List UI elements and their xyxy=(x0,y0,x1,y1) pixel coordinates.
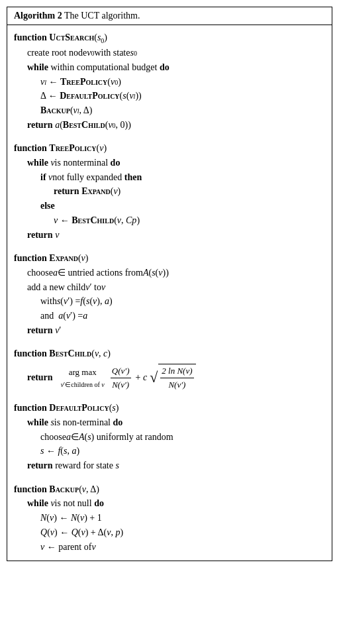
algo-content: function UctSearch(s0) create root node … xyxy=(7,25,332,561)
uctsearch-while: while within computational budget do xyxy=(14,60,325,75)
treepolicy-if: if v not fully expanded then xyxy=(14,170,325,185)
func-bestchild: function BestChild(v, c) return arg max … xyxy=(14,347,325,392)
func-defaultpolicy: function DefaultPolicy(s) while s is non… xyxy=(14,401,325,472)
treepolicy-return-expand: return Expand(v) xyxy=(14,184,325,199)
uctsearch-line1: create root node v0 with state s0 xyxy=(14,46,325,60)
bestchild-formula: return arg max v′∈children of v Q(v′) N(… xyxy=(14,364,325,392)
func-treepolicy: function TreePolicy(v) while v is nonter… xyxy=(14,141,325,242)
expand-return: return v′ xyxy=(14,323,325,338)
uctsearch-return: return a(BestChild(v0, 0)) xyxy=(14,118,325,133)
algo-title: The UCT algorithm. xyxy=(64,11,140,21)
algo-number: Algorithm 2 xyxy=(14,11,62,21)
func-backup: function Backup(v, Δ) while v is not nul… xyxy=(14,482,325,554)
algo-header: Algorithm 2 The UCT algorithm. xyxy=(7,7,332,25)
expand-choose: choose a ∈ untried actions from A(s(v)) xyxy=(14,266,325,280)
backup-qv: Q(v) ← Q(v) + Δ(v, p) xyxy=(14,525,325,540)
uctsearch-delta: Δ ← DefaultPolicy(s(vl)) xyxy=(14,89,325,103)
algorithm-box: Algorithm 2 The UCT algorithm. function … xyxy=(7,7,332,561)
func-uctsearch: function UctSearch(s0) create root node … xyxy=(14,30,325,132)
treepolicy-bestchild: v ← BestChild(v, Cp) xyxy=(14,213,325,228)
argmax-block: arg max v′∈children of v xyxy=(61,366,105,390)
treepolicy-else: else xyxy=(14,199,325,213)
backup-sig: function Backup(v, Δ) xyxy=(14,482,325,497)
expand-add: add a new child v′ to v xyxy=(14,280,325,295)
expand-with: with s(v′) = f(s(v), a) xyxy=(14,294,325,309)
treepolicy-return: return v xyxy=(14,228,325,242)
func-expand: function Expand(v) choose a ∈ untried ac… xyxy=(14,251,325,337)
sqrt-block: √ 2 ln N(v) N(v′) xyxy=(150,364,195,392)
defaultpolicy-choose: choose a ∈ A(s) uniformly at random xyxy=(14,430,325,445)
treepolicy-sig: function TreePolicy(v) xyxy=(14,141,325,156)
qv-fraction: Q(v′) N(v′) xyxy=(111,364,131,392)
backup-parent: v ← parent of v xyxy=(14,540,325,555)
defaultpolicy-update: s ← f(s, a) xyxy=(14,444,325,458)
backup-while: while v is not null do xyxy=(14,496,325,511)
uctsearch-sig: function UctSearch(s0) xyxy=(14,30,325,46)
uctsearch-backup: Backup(vl, Δ) xyxy=(14,103,325,118)
uctsearch-vl: vl ← TreePolicy(v0) xyxy=(14,75,325,89)
defaultpolicy-return: return reward for state s xyxy=(14,458,325,473)
expand-and: and a(v′) = a xyxy=(14,309,325,323)
expand-sig: function Expand(v) xyxy=(14,251,325,266)
defaultpolicy-while: while s is non-terminal do xyxy=(14,415,325,430)
treepolicy-while: while v is nonterminal do xyxy=(14,156,325,170)
bestchild-sig: function BestChild(v, c) xyxy=(14,347,325,361)
backup-nv: N(v) ← N(v) + 1 xyxy=(14,511,325,525)
defaultpolicy-sig: function DefaultPolicy(s) xyxy=(14,401,325,415)
